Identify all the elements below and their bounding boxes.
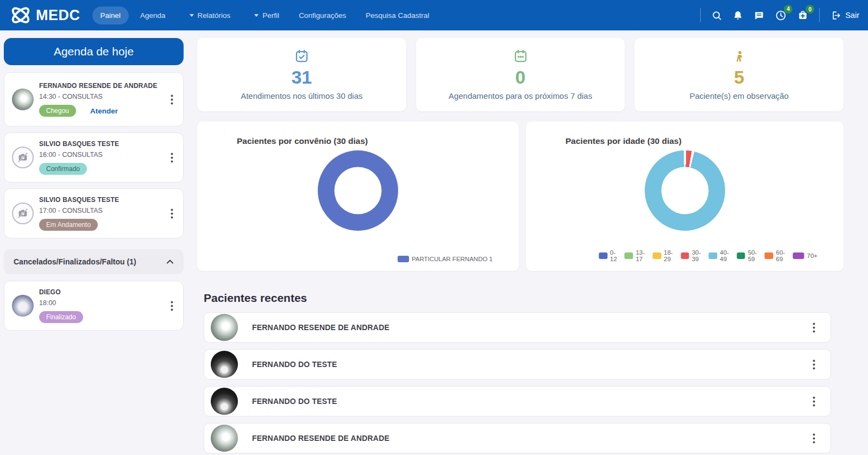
idade-doughnut-chart[interactable] bbox=[645, 150, 725, 231]
atender-link[interactable]: Atender bbox=[90, 107, 118, 115]
section-title: Cancelados/Finalizados/Faltou (1) bbox=[14, 257, 136, 266]
nav-item-configuracoes[interactable]: Configurações bbox=[291, 7, 354, 24]
chart-title: Pacientes por convênio (30 dias) bbox=[197, 122, 519, 146]
avatar bbox=[211, 351, 238, 378]
legend-item[interactable]: 0-12 bbox=[599, 249, 620, 262]
appointment-time: 16:00 - CONSULTAS bbox=[39, 151, 163, 159]
agenda-de-hoje-button[interactable]: Agenda de hoje bbox=[4, 38, 184, 65]
nav-item-relatorios[interactable]: Relatórios bbox=[181, 7, 239, 24]
messages-chat-icon[interactable] bbox=[754, 10, 764, 21]
appointment-time: 18:00 bbox=[39, 299, 163, 307]
status-badge: Chegou bbox=[39, 105, 76, 117]
nav-item-pesquisa-cadastral[interactable]: Pesquisa Cadastral bbox=[357, 7, 437, 24]
chart-legend: PARTICULAR FERNANDO 1 bbox=[398, 256, 493, 262]
stat-label: Agendamentos para os próximos 7 dias bbox=[449, 91, 592, 100]
appointment-card[interactable]: FERNANDO RESENDE DE ANDRADE 14:30 - CONS… bbox=[4, 72, 184, 127]
kebab-menu-icon[interactable] bbox=[810, 320, 817, 335]
recent-patient-row[interactable]: FERNANDO DO TESTE bbox=[204, 349, 831, 380]
appointment-card[interactable]: SILVIO BASQUES TESTE 16:00 - CONSULTAS C… bbox=[4, 132, 184, 182]
nav-item-agenda[interactable]: Agenda bbox=[132, 7, 174, 24]
waiting-clock-icon[interactable]: 4 bbox=[775, 10, 787, 21]
appointment-card[interactable]: DIEGO 18:00 Finalizado bbox=[4, 281, 184, 331]
recent-patient-row[interactable]: FERNANDO DO TESTE bbox=[204, 386, 831, 416]
avatar bbox=[211, 425, 238, 452]
logout-label: Sair bbox=[845, 11, 859, 20]
patient-name: FERNANDO RESENDE DE ANDRADE bbox=[252, 323, 810, 332]
kebab-menu-icon[interactable] bbox=[168, 206, 175, 221]
stat-card-observacao: 5 Paciente(s) em observação bbox=[634, 38, 844, 111]
logout-icon bbox=[831, 10, 841, 21]
nav-actions: 4 0 Sair bbox=[700, 8, 859, 22]
status-badge: Em Andamento bbox=[39, 219, 98, 231]
search-icon[interactable] bbox=[712, 10, 722, 21]
patient-name: SILVIO BASQUES TESTE bbox=[39, 140, 163, 148]
patient-name: FERNANDO RESENDE DE ANDRADE bbox=[39, 82, 163, 90]
appointment-time: 17:00 - CONSULTAS bbox=[39, 207, 163, 214]
status-badge: Confirmado bbox=[39, 163, 87, 175]
avatar bbox=[211, 314, 238, 341]
legend-item[interactable]: PARTICULAR FERNANDO 1 bbox=[398, 256, 493, 262]
patient-name: FERNANDO DO TESTE bbox=[252, 397, 810, 406]
avatar bbox=[12, 89, 34, 110]
logout-button[interactable]: Sair bbox=[831, 10, 859, 21]
appointment-card[interactable]: SILVIO BASQUES TESTE 17:00 - CONSULTAS E… bbox=[4, 188, 184, 238]
legend-item[interactable]: 13-17 bbox=[625, 249, 648, 262]
chevron-down-icon bbox=[190, 14, 194, 17]
chart-convenio-card: Pacientes por convênio (30 dias) PARTICU… bbox=[197, 122, 519, 271]
stats-row: 31 Atendimentos nos últimos 30 dias 0 Ag… bbox=[197, 38, 844, 111]
stat-label: Atendimentos nos últimos 30 dias bbox=[241, 91, 362, 100]
brand-logo[interactable]: MEDC bbox=[9, 3, 80, 27]
legend-item[interactable]: 40-49 bbox=[709, 249, 732, 262]
patient-icon bbox=[732, 49, 746, 64]
kebab-menu-icon[interactable] bbox=[810, 431, 817, 446]
patient-name: FERNANDO RESENDE DE ANDRADE bbox=[252, 434, 810, 443]
medkit-badge-count: 0 bbox=[806, 5, 814, 14]
chart-idade-card: Pacientes por idade (30 dias) 0-12 13-17… bbox=[526, 122, 844, 271]
cancelados-section-header[interactable]: Cancelados/Finalizados/Faltou (1) bbox=[4, 249, 184, 274]
convenio-doughnut-chart[interactable] bbox=[318, 150, 398, 231]
clock-badge-count: 4 bbox=[784, 5, 792, 14]
status-badge: Finalizado bbox=[39, 311, 83, 323]
patient-name: DIEGO bbox=[39, 288, 163, 296]
brand-name: MEDC bbox=[36, 7, 80, 24]
notifications-bell-icon[interactable] bbox=[733, 10, 743, 21]
divider bbox=[700, 8, 701, 22]
stat-value: 5 bbox=[734, 67, 744, 88]
sidebar: Agenda de hoje FERNANDO RESENDE DE ANDRA… bbox=[4, 38, 184, 337]
calendar-week-icon bbox=[513, 49, 528, 64]
top-navbar: MEDC Painel Agenda Relatórios Perfil Con… bbox=[0, 0, 868, 30]
stat-card-agendamentos: 0 Agendamentos para os próximos 7 dias bbox=[416, 38, 625, 111]
stat-card-atendimentos: 31 Atendimentos nos últimos 30 dias bbox=[197, 38, 406, 111]
legend-item[interactable]: 70+ bbox=[793, 252, 818, 259]
chart-title: Pacientes por idade (30 dias) bbox=[526, 122, 844, 146]
main-content: 31 Atendimentos nos últimos 30 dias 0 Ag… bbox=[197, 38, 844, 455]
kebab-menu-icon[interactable] bbox=[168, 299, 175, 313]
kebab-menu-icon[interactable] bbox=[810, 357, 817, 372]
nav-links: Painel Agenda Relatórios Perfil Configur… bbox=[92, 7, 701, 24]
recent-patient-row[interactable]: FERNANDO RESENDE DE ANDRADE bbox=[204, 312, 831, 343]
divider bbox=[819, 8, 820, 22]
nav-item-painel[interactable]: Painel bbox=[92, 7, 129, 24]
patient-name: SILVIO BASQUES TESTE bbox=[39, 196, 163, 204]
no-photo-avatar bbox=[12, 147, 34, 168]
kebab-menu-icon[interactable] bbox=[168, 150, 175, 165]
stat-value: 0 bbox=[515, 67, 526, 88]
legend-item[interactable]: 50-59 bbox=[737, 249, 760, 262]
charts-row: Pacientes por convênio (30 dias) PARTICU… bbox=[197, 122, 844, 271]
calendar-check-icon bbox=[294, 49, 309, 64]
kebab-menu-icon[interactable] bbox=[168, 92, 175, 107]
legend-item[interactable]: 18-29 bbox=[652, 249, 676, 262]
no-photo-avatar bbox=[12, 203, 34, 224]
kebab-menu-icon[interactable] bbox=[810, 394, 817, 409]
recent-patients-title: Pacientes recentes bbox=[204, 292, 844, 305]
legend-item[interactable]: 60-69 bbox=[765, 249, 788, 262]
recent-patient-row[interactable]: FERNANDO RESENDE DE ANDRADE bbox=[204, 423, 831, 453]
chart-legend: 0-12 13-17 18-29 30-39 40-49 bbox=[599, 249, 817, 262]
stat-value: 31 bbox=[291, 67, 312, 88]
legend-item[interactable]: 30-39 bbox=[681, 249, 704, 262]
medkit-icon[interactable]: 0 bbox=[797, 10, 808, 21]
chevron-up-icon[interactable] bbox=[166, 259, 174, 264]
stat-label: Paciente(s) em observação bbox=[689, 91, 789, 100]
nav-item-perfil[interactable]: Perfil bbox=[246, 7, 287, 24]
chevron-down-icon bbox=[254, 14, 259, 17]
